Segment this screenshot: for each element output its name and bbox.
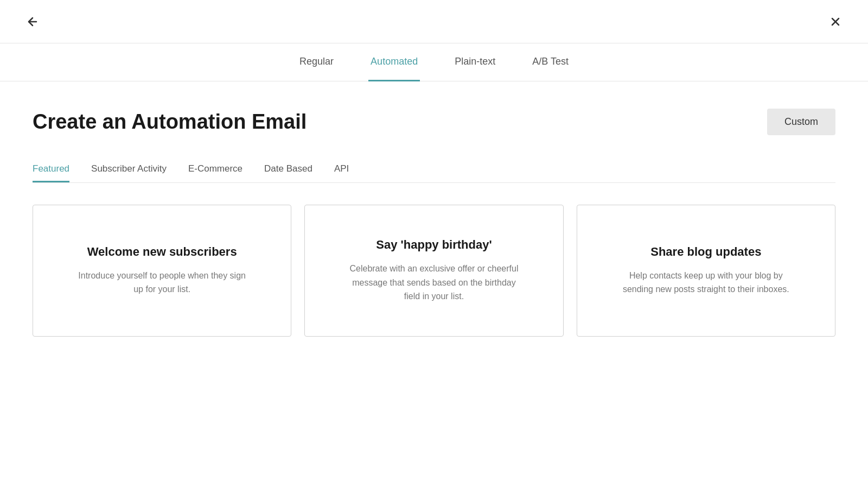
- card-birthday-title: Say 'happy birthday': [376, 238, 492, 252]
- page-title: Create an Automation Email: [33, 110, 307, 134]
- card-blog-title: Share blog updates: [650, 245, 761, 259]
- card-welcome-title: Welcome new subscribers: [87, 245, 237, 259]
- cat-tab-date-based[interactable]: Date Based: [264, 157, 312, 182]
- custom-button[interactable]: Custom: [767, 109, 835, 135]
- main-content: Create an Automation Email Custom Featur…: [0, 81, 868, 358]
- top-bar: [0, 0, 868, 43]
- back-arrow-icon: [26, 15, 39, 28]
- cat-tab-api[interactable]: API: [334, 157, 349, 182]
- tab-ab-test[interactable]: A/B Test: [530, 43, 571, 81]
- page-header: Create an Automation Email Custom: [33, 109, 835, 135]
- card-birthday-desc: Celebrate with an exclusive offer or che…: [347, 262, 521, 304]
- tab-automated[interactable]: Automated: [368, 43, 420, 81]
- cards-grid: Welcome new subscribers Introduce yourse…: [33, 205, 835, 337]
- card-blog[interactable]: Share blog updates Help contacts keep up…: [577, 205, 835, 337]
- card-welcome[interactable]: Welcome new subscribers Introduce yourse…: [33, 205, 291, 337]
- card-blog-desc: Help contacts keep up with your blog by …: [619, 269, 793, 296]
- close-icon: [829, 15, 842, 28]
- back-button[interactable]: [22, 11, 43, 33]
- close-button[interactable]: [825, 11, 846, 33]
- card-birthday[interactable]: Say 'happy birthday' Celebrate with an e…: [304, 205, 563, 337]
- category-nav: Featured Subscriber Activity E-Commerce …: [33, 157, 835, 183]
- tab-regular[interactable]: Regular: [297, 43, 336, 81]
- main-tab-nav: Regular Automated Plain-text A/B Test: [0, 43, 868, 81]
- cat-tab-ecommerce[interactable]: E-Commerce: [188, 157, 242, 182]
- tab-plain-text[interactable]: Plain-text: [452, 43, 497, 81]
- cat-tab-featured[interactable]: Featured: [33, 157, 69, 182]
- cat-tab-subscriber-activity[interactable]: Subscriber Activity: [91, 157, 167, 182]
- card-welcome-desc: Introduce yourself to people when they s…: [75, 269, 249, 296]
